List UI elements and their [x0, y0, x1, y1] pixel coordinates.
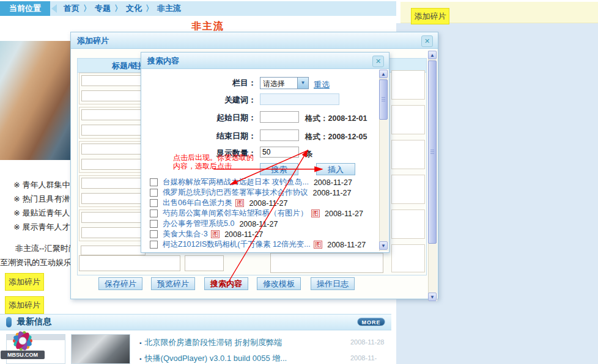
fragment-bottom-link-input[interactable]	[185, 255, 224, 271]
save-fragment-button[interactable]: 保存碎片	[98, 277, 142, 290]
result-date: 2008-11-27	[314, 178, 352, 187]
news-bullet-icon: ▪	[139, 340, 142, 346]
fragment-link-input[interactable]	[81, 159, 146, 170]
result-checkbox[interactable]	[150, 209, 158, 217]
fragment-extra-box[interactable]	[391, 70, 425, 100]
profile-photo	[0, 41, 72, 160]
operation-log-button[interactable]: 操作日志	[311, 277, 355, 290]
column-select[interactable]: 请选择 ▼	[260, 77, 309, 89]
fragment-extra-box[interactable]	[391, 209, 425, 239]
fragment-row-group	[79, 141, 150, 173]
close-icon[interactable]: ✕	[372, 56, 384, 67]
fragment-extra-box[interactable]	[391, 175, 425, 204]
search-result-row: 办公事务管理系统5.0 2008-11-27	[150, 219, 377, 229]
scrollbar-grip-icon	[382, 97, 385, 101]
breadcrumb-culture-link[interactable]: 文化	[126, 4, 142, 13]
search-result-row: 俄罗斯总统到访巴西签署军事技术合作协议 2008-11-27	[150, 187, 377, 198]
fragment-extra-box[interactable]	[391, 105, 425, 134]
edit-template-button[interactable]: 修改模板	[257, 277, 301, 290]
scroll-down-icon[interactable]: ▼	[428, 293, 437, 301]
result-checkbox[interactable]	[150, 220, 158, 228]
fragment-bottom-title-input[interactable]	[79, 255, 180, 271]
fragment-title-input[interactable]	[81, 144, 146, 155]
search-dialog-titlebar: 搜索内容 ✕	[141, 53, 389, 69]
breadcrumb-home-link[interactable]: 首页	[64, 4, 79, 13]
result-date: 2008-11-27	[325, 209, 363, 218]
fragment-link-input[interactable]	[81, 193, 146, 204]
insert-button[interactable]: 插入	[316, 163, 355, 175]
fragment-title-input[interactable]	[81, 109, 146, 120]
search-button[interactable]: 搜索	[260, 163, 298, 175]
news-item-link[interactable]: 快播(QvodPlayer) v3.0.1 build 0055 增...	[145, 354, 287, 363]
scroll-up-icon[interactable]: ▲	[428, 51, 437, 59]
keyword-label: 关建词：	[177, 95, 256, 106]
display-count-input[interactable]	[260, 147, 299, 158]
result-checkbox[interactable]	[150, 230, 158, 238]
result-checkbox[interactable]	[150, 199, 158, 207]
end-date-format-hint: 格式：2008-12-05	[305, 132, 367, 142]
fragment-link-input[interactable]	[81, 227, 146, 238]
image-badge-icon[interactable]: 图	[235, 199, 245, 207]
result-checkbox[interactable]	[150, 189, 158, 197]
breadcrumb-topics-link[interactable]: 专题	[95, 4, 111, 13]
feature-bullet: ※ 最贴近青年人	[13, 208, 75, 219]
image-badge-icon[interactable]: 图	[311, 209, 320, 217]
add-fragment-button-left-2[interactable]: 添加碎片	[5, 296, 44, 314]
fragment-title-input[interactable]	[81, 178, 146, 189]
search-result-row: 柯达Z1012IS数码相机(千万像素 12倍光变... 图 2008-11-27	[150, 239, 377, 250]
fragment-title-input[interactable]	[81, 212, 146, 223]
dialog-scrollbar-thumb[interactable]	[379, 79, 388, 120]
fragment-title-input[interactable]	[81, 246, 146, 255]
tagline-line1: 非主流--汇聚时尚	[15, 243, 76, 254]
red-annotation-note: 点击后出现。你要选取的 内容，选取后点击	[173, 153, 254, 170]
breadcrumb-separator: 〉	[114, 4, 122, 13]
result-title-link[interactable]: 台媒称解放军两栖战力远超日本 攻钓鱼岛...	[163, 177, 309, 187]
chevron-down-icon[interactable]: ▼	[297, 78, 308, 89]
fragment-bottom-textarea[interactable]	[270, 253, 383, 273]
result-title-link[interactable]: 芍药居公寓单间紧邻车站望和桥（有图片）	[163, 208, 308, 219]
result-title-link[interactable]: 柯达Z1012IS数码相机(千万像素 12倍光变...	[163, 239, 311, 250]
fragment-link-input[interactable]	[81, 90, 146, 101]
news-item-link[interactable]: 北京限价房遭阶段性滞销 折射制度弊端	[145, 338, 282, 347]
more-button[interactable]: MORE	[357, 318, 385, 326]
add-fragment-dialog-title: 添加碎片	[77, 35, 109, 46]
preview-fragment-button[interactable]: 预览碎片	[151, 277, 195, 290]
result-checkbox[interactable]	[150, 241, 158, 249]
annotation-line-2: 内容，选取后点击	[173, 162, 254, 170]
fragment-link-input[interactable]	[81, 125, 146, 136]
scroll-down-icon[interactable]: ▼	[379, 241, 388, 250]
result-title-link[interactable]: 办公事务管理系统5.0	[163, 219, 234, 229]
mbsu-logo-text: MBSU.COM	[7, 352, 38, 358]
fragment-extra-box[interactable]	[391, 244, 425, 272]
search-content-dialog: 搜索内容 ✕ 栏目： 请选择 ▼ 重选 关建词： 起始日期： 格式：2008-1…	[141, 52, 389, 253]
fragment-title-input[interactable]	[81, 75, 146, 86]
news-thumbnail-hardware[interactable]	[71, 334, 130, 364]
reset-link[interactable]: 重选	[314, 79, 330, 90]
add-fragment-button-left-1[interactable]: 添加碎片	[5, 273, 44, 291]
result-title-link[interactable]: 俄罗斯总统到访巴西签署军事技术合作协议	[163, 187, 308, 198]
search-content-button[interactable]: 搜索内容	[204, 277, 248, 290]
annotation-line-1: 点击后出现。你要选取的	[173, 153, 254, 162]
end-date-input[interactable]	[260, 129, 299, 141]
breadcrumb: 首页〉专题〉文化〉非主流	[61, 1, 183, 16]
close-icon[interactable]: ✕	[421, 35, 433, 47]
add-fragment-button-top-right[interactable]: 添加碎片	[411, 8, 449, 24]
screen: 添加碎片 当前位置 首页〉专题〉文化〉非主流 非主流 ※ 青年人群集中 ※ 热门…	[0, 0, 598, 364]
keyword-input[interactable]	[260, 93, 339, 105]
scroll-up-icon[interactable]: ▲	[379, 70, 388, 78]
news-item-date: 2008-11-	[350, 354, 377, 362]
dialog-scrollbar-thumb[interactable]	[428, 60, 437, 244]
count-unit-label: 条	[305, 149, 313, 159]
search-result-row: 美食大集合·3 图 2008-11-27	[150, 229, 377, 239]
fragment-extra-box[interactable]	[391, 140, 425, 169]
result-checkbox[interactable]	[150, 178, 158, 186]
image-badge-icon[interactable]: 图	[314, 241, 323, 249]
result-date: 2008-11-27	[313, 189, 352, 197]
start-date-input[interactable]	[260, 111, 299, 123]
result-date: 2008-11-27	[327, 241, 366, 249]
image-badge-icon[interactable]: 图	[211, 230, 220, 238]
feature-bullet: ※ 热门且具有潜	[13, 194, 75, 205]
result-title-link[interactable]: 出售06年白色派力奥	[163, 198, 232, 208]
news-item: ▪北京限价房遭阶段性滞销 折射制度弊端	[139, 337, 282, 348]
result-title-link[interactable]: 美食大集合·3	[163, 229, 208, 239]
